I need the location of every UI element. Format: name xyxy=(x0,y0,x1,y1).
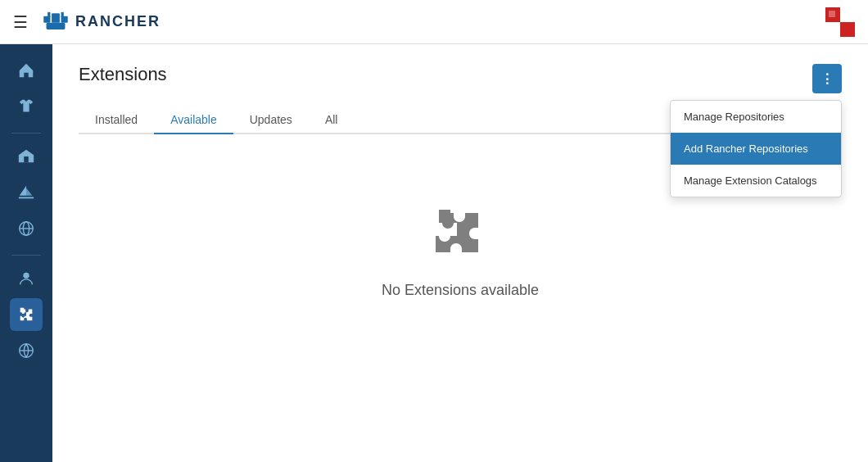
svg-rect-3 xyxy=(47,22,66,29)
manage-repositories-item[interactable]: Manage Repositories xyxy=(671,101,841,133)
topbar-right xyxy=(825,7,855,37)
sidebar-item-catalog[interactable] xyxy=(10,90,43,123)
user-icon xyxy=(17,270,35,288)
sidebar-item-home[interactable] xyxy=(10,54,43,87)
rancher-badge-icon xyxy=(825,7,855,37)
home-icon xyxy=(17,61,35,79)
dots-icon: ⋮ xyxy=(821,71,834,87)
more-actions-button[interactable]: ⋮ xyxy=(812,64,842,93)
globe-lines-icon xyxy=(17,220,35,238)
tab-installed[interactable]: Installed xyxy=(79,106,154,134)
svg-rect-7 xyxy=(840,7,855,22)
svg-rect-11 xyxy=(843,25,850,32)
sidebar-divider-1 xyxy=(11,133,41,134)
topbar: ☰ RANCHER xyxy=(0,0,868,44)
tshirt-icon xyxy=(17,97,35,116)
logo: RANCHER xyxy=(41,11,160,34)
sidebar-divider-2 xyxy=(11,255,41,256)
action-button-area: ⋮ Manage Repositories Add Rancher Reposi… xyxy=(812,64,842,93)
logo-text: RANCHER xyxy=(75,13,160,30)
sidebar-item-user[interactable] xyxy=(10,262,43,295)
sailboat-icon xyxy=(17,183,35,202)
barn-icon xyxy=(17,147,35,165)
main-content: Extensions ⋮ Manage Repositories Add Ran… xyxy=(52,44,868,462)
svg-rect-10 xyxy=(829,11,835,17)
rancher-cow-icon xyxy=(41,11,70,34)
dropdown-menu: Manage Repositories Add Rancher Reposito… xyxy=(670,100,842,197)
svg-rect-1 xyxy=(52,13,60,22)
add-rancher-repositories-item[interactable]: Add Rancher Repositories xyxy=(671,133,841,165)
sidebar-item-fleet[interactable] xyxy=(10,176,43,209)
sidebar-item-global[interactable] xyxy=(10,334,43,367)
globe-icon xyxy=(17,342,35,360)
svg-point-17 xyxy=(23,273,29,279)
svg-rect-5 xyxy=(61,11,64,17)
tab-updates[interactable]: Updates xyxy=(233,106,309,134)
sidebar-item-cluster[interactable] xyxy=(10,140,43,173)
sidebar-item-multicluster[interactable] xyxy=(10,212,43,245)
page-header: Extensions ⋮ Manage Repositories Add Ran… xyxy=(79,64,842,93)
hamburger-menu[interactable]: ☰ xyxy=(13,12,28,32)
sidebar-item-extensions[interactable] xyxy=(10,298,43,331)
svg-rect-12 xyxy=(24,156,29,162)
tab-all[interactable]: All xyxy=(309,106,355,134)
puzzle-nav-icon xyxy=(17,306,35,324)
svg-rect-4 xyxy=(47,11,50,17)
empty-state-text: No Extensions available xyxy=(382,282,539,299)
manage-extension-catalogs-item[interactable]: Manage Extension Catalogs xyxy=(671,165,841,197)
puzzle-empty-icon xyxy=(427,200,493,265)
svg-rect-8 xyxy=(825,22,840,37)
page-title: Extensions xyxy=(79,64,167,85)
tab-available[interactable]: Available xyxy=(154,106,233,134)
sidebar xyxy=(0,44,52,462)
